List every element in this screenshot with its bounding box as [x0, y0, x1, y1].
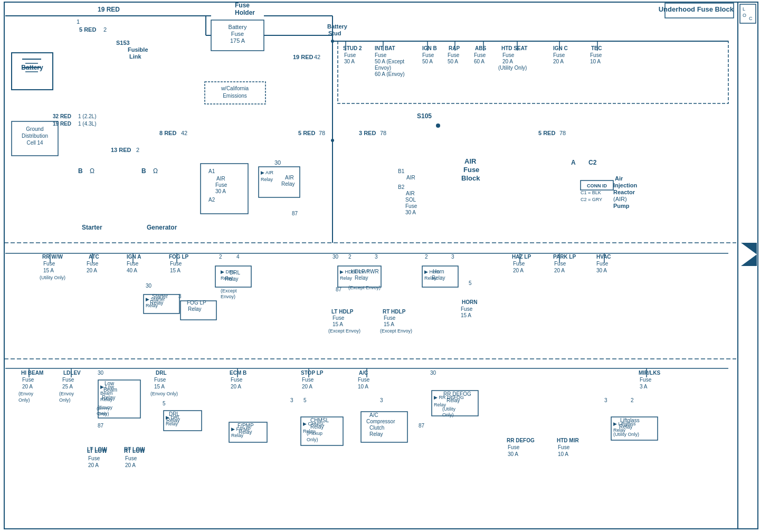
air-inj-label3: Reactor — [613, 189, 635, 195]
chmsl-only: Only) — [307, 437, 318, 442]
rthdlp-except: (Except Envoy) — [380, 328, 412, 334]
ecmb-label: ECM B — [230, 370, 246, 376]
ac-comp-label: A/C — [369, 412, 378, 418]
b-label-2: B — [141, 167, 146, 175]
num-87-bot: 87 — [98, 423, 104, 429]
a1-label: A1 — [208, 168, 215, 174]
num-5-drl: 5 — [163, 401, 166, 406]
wire-19red-42: 19 RED — [293, 54, 314, 60]
rap-amp: 50 A — [448, 59, 458, 64]
b-label-1: B — [78, 167, 83, 175]
ldlev-label: LDLEV — [63, 370, 81, 376]
drl-relay-bot-sym: Relay — [166, 421, 178, 426]
drl-except: (Except — [221, 288, 237, 293]
num-2-hdlp: 2 — [348, 254, 352, 260]
lthdlp-15a: 15 A — [332, 321, 343, 327]
atc-20a: 20 A — [87, 268, 97, 273]
htdseat-label: HTD SEAT — [501, 45, 527, 51]
starter-label: Starter — [82, 224, 102, 231]
num-3-ac: 3 — [380, 397, 383, 403]
abs-label: ABS — [475, 45, 486, 51]
rrdefog-arrow: ▶ RR DEFOG — [434, 395, 464, 400]
air-fuse-block-label3: Block — [461, 174, 480, 182]
mirlks-3a: 3 A — [640, 384, 648, 390]
b1-air: AIR — [406, 175, 415, 180]
ignb-amp: 50 A — [422, 59, 433, 64]
diagram-container: Underhood Fuse Block L O C → 19 RED 1 Fu… — [0, 0, 760, 532]
intbat-label: INT BAT — [375, 45, 395, 51]
rap-label: RAP — [449, 45, 460, 51]
drl-envoy: Envoy) — [221, 294, 235, 299]
b2-label: B2 — [398, 184, 405, 190]
hibeam-fuse: Fuse — [22, 377, 34, 383]
igna-40a: 40 A — [127, 268, 137, 273]
wire-42b: 42 — [181, 130, 187, 136]
air-arrow: ▶ AIR — [261, 170, 274, 175]
tbc-amp: 10 A — [590, 59, 601, 64]
tbc-label: TBC — [591, 45, 602, 51]
foglp-label: FOG LP — [169, 254, 189, 260]
air-fuse-a1: AIR — [216, 176, 225, 182]
num-4-drl: 4 — [236, 254, 240, 260]
intbat-fuse: Fuse — [375, 52, 387, 58]
hibeam-label: HI BEAM — [21, 370, 43, 376]
battery-stud-label: Battery — [327, 23, 348, 30]
wire-32red: 32 RED — [53, 113, 71, 119]
b2-fuse: Fuse — [405, 203, 417, 209]
fpmp-relay-sym: Relay — [231, 433, 244, 438]
num-3-horn: 3 — [451, 254, 454, 260]
air-relay-sym: Relay — [261, 177, 273, 182]
svg-point-60 — [331, 139, 334, 142]
ltlow-fuse: Fuse — [88, 455, 100, 461]
underhood-label: Underhood Fuse Block — [659, 5, 734, 13]
wire-13red: 13 RED — [111, 147, 131, 153]
htdseat-note: (Utility Only) — [498, 65, 527, 71]
hibeam-20a: 20 A — [22, 384, 33, 390]
starter-relay-sym: Relay — [146, 303, 158, 308]
num-5-horn: 5 — [469, 280, 472, 286]
rrdefog-fuse-label: RR DEFOG — [507, 438, 535, 443]
foglp-fuse: Fuse — [170, 261, 182, 267]
air-fuse-label: Fuse — [215, 182, 227, 188]
htdmir-fuse: Fuse — [558, 444, 570, 450]
ground-label3: Cell 14 — [26, 140, 43, 146]
ground-label2: Distribution — [22, 133, 48, 139]
c2-gry: C2 = GRY — [581, 197, 602, 202]
rtlow-label2: RT LOW — [124, 446, 145, 452]
s105-label: S105 — [417, 112, 432, 120]
abs-amp: 60 A — [474, 59, 484, 64]
num-30-beam: 30 — [98, 370, 104, 376]
hdlppwr-relay-sym: Relay — [340, 276, 353, 281]
ltlow-20a: 20 A — [88, 462, 99, 468]
hibeam-only: Only) — [18, 397, 30, 403]
rtlow-20a: 20 A — [125, 462, 136, 468]
htdseat-amp: 20 A — [502, 59, 513, 64]
a2-label: A2 — [208, 197, 215, 203]
rrww-util: (Utility Only) — [40, 275, 65, 280]
ecmb-fuse: Fuse — [231, 377, 243, 383]
battery-fuse-label: Battery — [229, 24, 247, 30]
ac-clutch-relay: Relay — [369, 431, 383, 437]
lowbeam-relay-sym: Beam — [100, 391, 113, 396]
ac-10a: 10 A — [358, 384, 368, 390]
wire-num-1: 1 — [77, 18, 80, 25]
wire-19red-b: 19 RED — [53, 121, 71, 127]
ignc-fuse: Fuse — [553, 52, 565, 58]
igna-label: IGN A — [127, 254, 141, 260]
b2-air-sol: AIR — [406, 191, 415, 196]
air-relay-label2: Relay — [281, 181, 295, 187]
wire-8red: 8 RED — [159, 130, 176, 136]
ac-clutch: Clutch — [369, 425, 384, 431]
num-3-hdlp: 3 — [375, 254, 378, 260]
ecmb-20a: 20 A — [231, 384, 241, 390]
ground-label: Ground — [26, 126, 43, 132]
ignb-fuse: Fuse — [422, 52, 434, 58]
battery-fuse-label2: Fuse — [231, 31, 244, 37]
hvac-30a: 30 A — [596, 268, 607, 273]
lowbeam-only: Only) — [97, 411, 107, 416]
air-fuse-block-label2: Fuse — [463, 166, 479, 174]
wire-2a: 2 — [136, 147, 139, 153]
battery-fuse-175: 175 A — [230, 37, 245, 44]
rrdefog-30a: 30 A — [508, 451, 518, 457]
intbat-amp2: Envoy) — [375, 65, 391, 71]
